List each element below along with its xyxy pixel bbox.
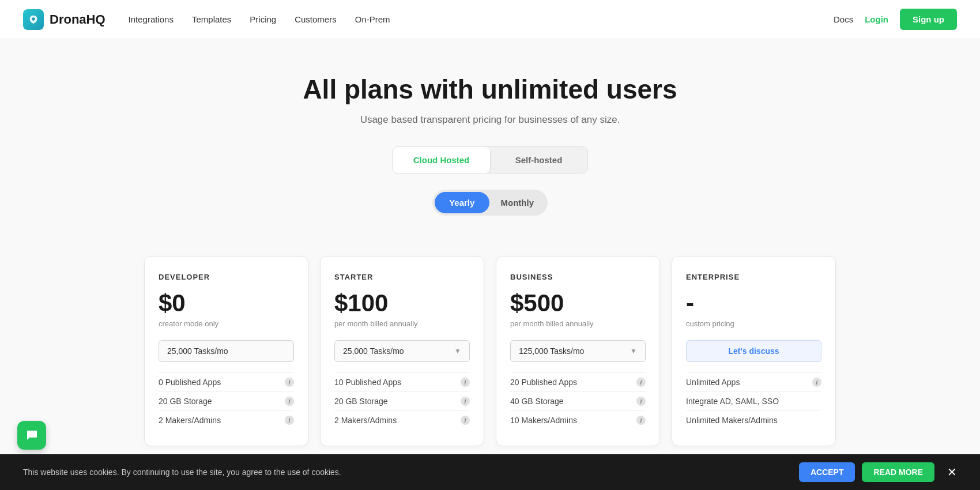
developer-feature-2-text: 2 Makers/Admins <box>159 416 221 425</box>
developer-feature-1: 20 GB Storage i <box>159 391 294 410</box>
enterprise-lets-discuss: Let's discuss <box>686 340 821 362</box>
starter-tasks-label: 25,000 Tasks/mo <box>343 346 404 356</box>
starter-feature-0-info[interactable]: i <box>461 378 470 387</box>
starter-feature-0-text: 10 Published Apps <box>334 378 401 387</box>
starter-feature-2-text: 2 Makers/Admins <box>334 416 397 425</box>
starter-plan-card: STARTER $100 per month billed annually 2… <box>320 256 484 446</box>
business-feature-2: 10 Makers/Admins i <box>510 410 646 429</box>
nav-customers[interactable]: Customers <box>295 14 337 24</box>
developer-feature-0: 0 Published Apps i <box>159 372 294 391</box>
cookie-close-button[interactable]: ✕ <box>947 465 957 469</box>
developer-feature-1-text: 20 GB Storage <box>159 397 212 406</box>
starter-tasks-chevron: ▼ <box>454 347 461 355</box>
developer-billing-note: creator mode only <box>159 319 294 330</box>
nav-left: DronaHQ Integrations Templates Pricing C… <box>23 9 390 30</box>
hero-section: All plans with unlimited users Usage bas… <box>0 39 980 233</box>
business-tasks-selector[interactable]: 125,000 Tasks/mo ▼ <box>510 340 646 362</box>
developer-plan-card: DEVELOPER $0 creator mode only 25,000 Ta… <box>144 256 308 446</box>
business-feature-1-info[interactable]: i <box>636 397 646 406</box>
enterprise-billing-note: custom pricing <box>686 319 821 330</box>
cookie-read-more-button[interactable]: READ MORE <box>862 462 934 469</box>
hero-subtitle: Usage based transparent pricing for busi… <box>23 114 957 126</box>
business-feature-2-info[interactable]: i <box>636 416 646 425</box>
cookie-text: This website uses cookies. By continuing… <box>23 468 799 469</box>
business-feature-1: 40 GB Storage i <box>510 391 646 410</box>
nav-docs-link[interactable]: Docs <box>834 14 853 24</box>
starter-feature-1: 20 GB Storage i <box>334 391 470 410</box>
business-feature-0-text: 20 Published Apps <box>510 378 577 387</box>
nav-right: Docs Login Sign up <box>834 9 957 30</box>
starter-feature-2: 2 Makers/Admins i <box>334 410 470 429</box>
developer-feature-0-text: 0 Published Apps <box>159 378 221 387</box>
developer-feature-2: 2 Makers/Admins i <box>159 410 294 429</box>
enterprise-feature-0: Unlimited Apps i <box>686 372 821 391</box>
enterprise-feature-2-text: Unlimited Makers/Admins <box>686 416 778 425</box>
business-tasks-label: 125,000 Tasks/mo <box>519 346 584 356</box>
enterprise-feature-1: Integrate AD, SAML, SSO <box>686 391 821 410</box>
nav-signup-button[interactable]: Sign up <box>900 9 957 30</box>
developer-feature-2-info[interactable]: i <box>285 416 294 425</box>
business-tasks-chevron: ▼ <box>630 347 637 355</box>
logo[interactable]: DronaHQ <box>23 9 105 30</box>
enterprise-plan-card: ENTERPRISE - custom pricing Let's discus… <box>672 256 836 446</box>
cookie-accept-button[interactable]: ACCEPT <box>799 462 855 469</box>
logo-text: DronaHQ <box>50 12 105 27</box>
business-tier-label: BUSINESS <box>510 273 646 281</box>
nav-login-link[interactable]: Login <box>865 14 888 24</box>
starter-price: $100 <box>334 289 470 317</box>
cloud-hosted-button[interactable]: Cloud Hosted <box>393 147 490 173</box>
nav-links: Integrations Templates Pricing Customers… <box>129 14 390 24</box>
hosting-toggle: Cloud Hosted Self-hosted <box>392 146 588 174</box>
developer-tier-label: DEVELOPER <box>159 273 294 281</box>
nav-integrations[interactable]: Integrations <box>129 14 174 24</box>
nav-pricing[interactable]: Pricing <box>250 14 276 24</box>
svg-point-0 <box>32 17 35 20</box>
pricing-cards-grid: DEVELOPER $0 creator mode only 25,000 Ta… <box>144 256 836 446</box>
enterprise-feature-0-info[interactable]: i <box>812 378 821 387</box>
developer-feature-1-info[interactable]: i <box>285 397 294 406</box>
starter-feature-1-info[interactable]: i <box>461 397 470 406</box>
self-hosted-button[interactable]: Self-hosted <box>490 147 587 173</box>
enterprise-price: - <box>686 289 821 317</box>
business-feature-2-text: 10 Makers/Admins <box>510 416 577 425</box>
nav-onprem[interactable]: On-Prem <box>355 14 390 24</box>
nav-templates[interactable]: Templates <box>192 14 231 24</box>
starter-billing-note: per month billed annually <box>334 319 470 330</box>
yearly-button[interactable]: Yearly <box>435 192 489 213</box>
business-plan-card: BUSINESS $500 per month billed annually … <box>496 256 660 446</box>
enterprise-tier-label: ENTERPRISE <box>686 273 821 281</box>
cookie-actions: ACCEPT READ MORE ✕ <box>799 462 957 469</box>
developer-tasks-selector: 25,000 Tasks/mo <box>159 340 294 362</box>
developer-tasks-label: 25,000 Tasks/mo <box>167 346 228 356</box>
monthly-button[interactable]: Monthly <box>489 192 546 213</box>
billing-toggle: Yearly Monthly <box>432 190 548 216</box>
developer-price: $0 <box>159 289 294 317</box>
developer-feature-0-info[interactable]: i <box>285 378 294 387</box>
starter-tier-label: STARTER <box>334 273 470 281</box>
starter-feature-1-text: 20 GB Storage <box>334 397 388 406</box>
starter-feature-0: 10 Published Apps i <box>334 372 470 391</box>
enterprise-feature-1-text: Integrate AD, SAML, SSO <box>686 397 779 406</box>
chat-button[interactable] <box>17 421 46 450</box>
business-feature-0-info[interactable]: i <box>636 378 646 387</box>
starter-tasks-selector[interactable]: 25,000 Tasks/mo ▼ <box>334 340 470 362</box>
business-feature-1-text: 40 GB Storage <box>510 397 564 406</box>
cookie-banner: This website uses cookies. By continuing… <box>0 454 980 469</box>
business-price: $500 <box>510 289 646 317</box>
enterprise-feature-0-text: Unlimited Apps <box>686 378 740 387</box>
business-feature-0: 20 Published Apps i <box>510 372 646 391</box>
hero-title: All plans with unlimited users <box>23 74 957 105</box>
pricing-section: DEVELOPER $0 creator mode only 25,000 Ta… <box>0 233 980 469</box>
navbar: DronaHQ Integrations Templates Pricing C… <box>0 0 980 39</box>
starter-feature-2-info[interactable]: i <box>461 416 470 425</box>
enterprise-feature-2: Unlimited Makers/Admins <box>686 410 821 429</box>
business-billing-note: per month billed annually <box>510 319 646 330</box>
logo-icon <box>23 9 44 30</box>
